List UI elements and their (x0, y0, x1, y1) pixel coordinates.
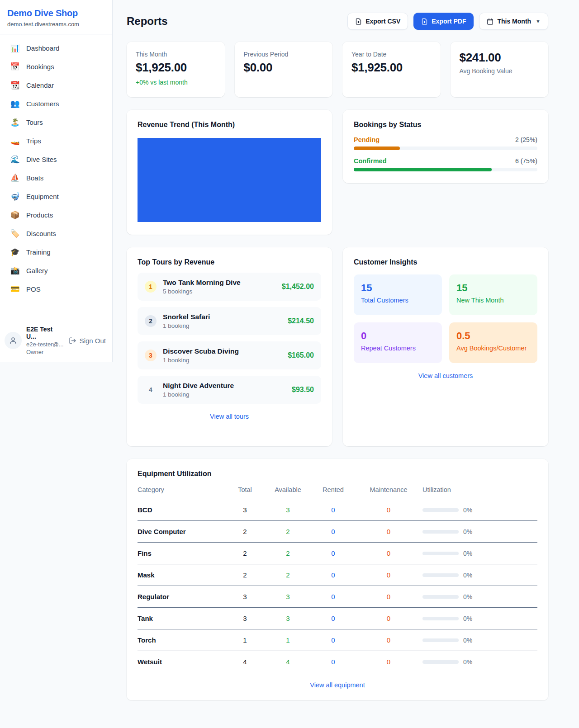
table-header-row: Category Total Available Rented Maintena… (138, 486, 537, 499)
cell-category: Tank (138, 615, 226, 622)
cell-category: Dive Computer (138, 528, 226, 535)
stat-card-year-to-date: Year to Date $1,925.00 (342, 42, 441, 97)
tile-value: 0 (361, 330, 435, 342)
tile-value: 15 (361, 282, 435, 294)
cell-utilization: 0% (422, 658, 537, 666)
cell-rented: 0 (312, 506, 355, 514)
tile-value: 0.5 (456, 330, 530, 342)
view-all-customers-link[interactable]: View all customers (354, 372, 537, 379)
export-csv-button[interactable]: Export CSV (347, 13, 408, 30)
utilization-pct: 0% (463, 506, 472, 514)
utilization-bar (422, 617, 459, 620)
cell-available: 1 (264, 636, 312, 644)
tile-value: 15 (456, 282, 530, 294)
cell-available: 3 (264, 615, 312, 622)
sidebar: Demo Dive Shop demo.test.divestreams.com… (0, 0, 113, 362)
utilization-bar (422, 595, 459, 599)
sidebar-item-trips[interactable]: 🚤Trips (0, 132, 112, 150)
sidebar-item-label: Calendar (26, 81, 54, 89)
page-title: Reports (127, 15, 168, 28)
tour-row: 1 Two Tank Morning Dive5 bookings $1,452… (138, 273, 321, 301)
sidebar-item-label: Boats (26, 174, 43, 182)
stat-label: This Month (136, 51, 216, 58)
tour-name: Night Dive Adventure (163, 382, 285, 390)
cell-total: 2 (226, 528, 264, 535)
sidebar-item-equipment[interactable]: 🤿Equipment (0, 187, 112, 206)
sign-out-button[interactable]: Sign Out (69, 337, 106, 345)
customers-icon: 👥 (10, 99, 20, 109)
sidebar-item-products[interactable]: 📦Products (0, 206, 112, 224)
stat-value: $1,925.00 (136, 61, 216, 75)
revenue-bar (138, 138, 321, 222)
cell-category: BCD (138, 506, 226, 514)
cell-total: 1 (226, 636, 264, 644)
speedboat-icon: 🚤 (10, 136, 20, 146)
sidebar-header: Demo Dive Shop demo.test.divestreams.com (0, 0, 112, 34)
revenue-trend-title: Revenue Trend (This Month) (138, 121, 321, 129)
calendar-icon: 📆 (10, 80, 20, 90)
sidebar-item-dive-sites[interactable]: 🌊Dive Sites (0, 150, 112, 169)
cell-available: 3 (264, 506, 312, 514)
rank-badge: 3 (145, 350, 157, 361)
tour-row: 3 Discover Scuba Diving1 booking $165.00 (138, 341, 321, 369)
sidebar-item-calendar[interactable]: 📆Calendar (0, 76, 112, 95)
status-row-confirmed: Confirmed 6 (75%) (354, 157, 537, 171)
status-label: Confirmed (354, 157, 387, 165)
table-row: Regulator 3 3 0 0 0% (138, 586, 537, 608)
utilization-bar (422, 573, 459, 577)
col-available: Available (264, 486, 312, 493)
sidebar-item-boats[interactable]: ⛵Boats (0, 169, 112, 187)
sidebar-item-tours[interactable]: 🏝️Tours (0, 113, 112, 132)
tile-avg-bookings-customer: 0.5 Avg Bookings/Customer (449, 322, 537, 363)
calendar-icon (487, 18, 494, 25)
table-row: Torch 1 1 0 0 0% (138, 629, 537, 651)
table-row: Tank 3 3 0 0 0% (138, 608, 537, 629)
sidebar-item-label: Bookings (26, 63, 54, 71)
cell-category: Fins (138, 549, 226, 557)
rank-badge: 4 (145, 384, 157, 396)
stat-label: Previous Period (244, 51, 324, 58)
tour-revenue: $1,452.00 (282, 283, 314, 291)
sidebar-item-discounts[interactable]: 🏷️Discounts (0, 224, 112, 243)
tour-revenue: $165.00 (288, 351, 314, 359)
cell-category: Wetsuit (138, 658, 226, 666)
credit-card-icon: 💳 (10, 284, 20, 294)
tour-bookings: 1 booking (163, 357, 281, 364)
period-dropdown[interactable]: This Month ▼ (479, 13, 548, 30)
tour-name: Snorkel Safari (163, 313, 281, 321)
sidebar-item-training[interactable]: 🎓Training (0, 243, 112, 261)
col-total: Total (226, 486, 264, 493)
stat-card-avg-booking-value: $241.00 Avg Booking Value (451, 42, 549, 97)
view-all-tours-link[interactable]: View all tours (138, 413, 321, 420)
sidebar-item-pos[interactable]: 💳POS (0, 280, 112, 298)
bookings-by-status-card: Bookings by Status Pending 2 (25%) Confi… (343, 110, 548, 183)
revenue-trend-card: Revenue Trend (This Month) (127, 110, 332, 235)
tile-label: Repeat Customers (361, 345, 435, 352)
tour-bookings: 1 booking (163, 322, 281, 329)
cell-available: 2 (264, 571, 312, 579)
period-label: This Month (497, 18, 531, 25)
user-meta: E2E Test U... e2e-tester@... Owner (26, 326, 64, 355)
file-download-icon (421, 18, 428, 25)
status-label: Pending (354, 136, 380, 143)
sidebar-item-customers[interactable]: 👥Customers (0, 95, 112, 113)
sidebar-item-gallery[interactable]: 📸Gallery (0, 261, 112, 280)
stat-value: $241.00 (460, 51, 540, 65)
camera-icon: 📸 (10, 266, 20, 275)
table-row: BCD 3 3 0 0 0% (138, 499, 537, 521)
shop-domain: demo.test.divestreams.com (7, 21, 105, 28)
sidebar-item-bookings[interactable]: 📅Bookings (0, 57, 112, 76)
island-icon: 🏝️ (10, 118, 20, 127)
cell-rented: 0 (312, 571, 355, 579)
user-section: E2E Test U... e2e-tester@... Owner Sign … (0, 319, 112, 362)
sidebar-item-label: Dive Sites (26, 156, 57, 163)
utilization-pct: 0% (463, 637, 472, 644)
sidebar-item-dashboard[interactable]: 📊Dashboard (0, 39, 112, 57)
sidebar-item-label: POS (26, 285, 41, 293)
cell-rented: 0 (312, 549, 355, 557)
rank-badge: 2 (145, 315, 157, 327)
export-pdf-button[interactable]: Export PDF (413, 13, 474, 30)
tour-bookings: 1 booking (163, 391, 285, 398)
sidebar-item-label: Products (26, 211, 53, 219)
view-all-equipment-link[interactable]: View all equipment (138, 681, 537, 689)
